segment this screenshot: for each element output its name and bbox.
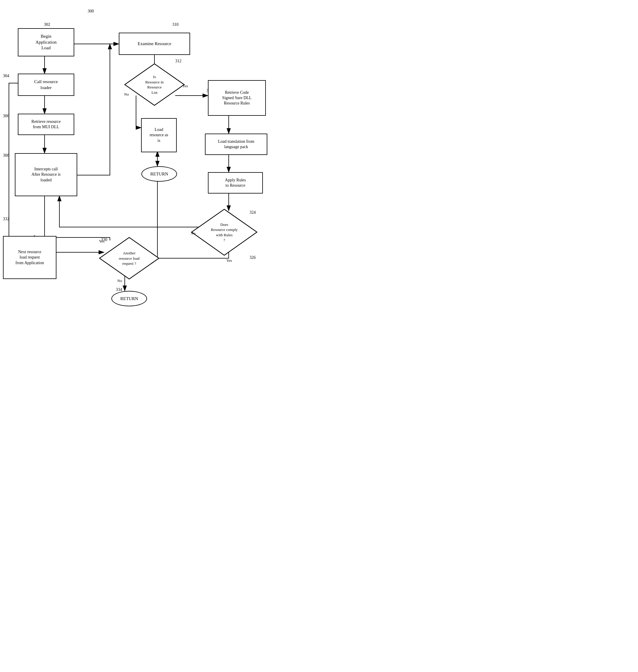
yes-label-comply: Yes	[226, 258, 232, 263]
ref-304: 304	[3, 74, 9, 79]
ref-302: 302	[44, 22, 50, 27]
apply-rules-box: Apply Rules to Resource	[208, 172, 263, 193]
does-resource-comply-diamond: DoesResource complywith Rules?	[190, 208, 258, 257]
load-translation-box: Load translation from language pack	[205, 134, 267, 155]
flowchart-diagram: 300 302 310 312 314 316 318 320 322 324 …	[0, 0, 319, 336]
call-resource-loader-box: Call resource loader	[18, 74, 74, 96]
another-resource-load-diamond: Anotherresource loadrequest ?	[98, 236, 161, 280]
is-resource-in-list-diamond: IsResource inResourceList	[123, 62, 186, 107]
no-label-resource-list: No	[124, 92, 129, 97]
yes-label-another: Yes	[99, 239, 104, 244]
begin-application-load-box: Begin Application Load	[18, 28, 74, 56]
yes-label-resource-list: Yes	[182, 84, 188, 88]
svg-marker-19	[191, 209, 257, 255]
svg-marker-20	[100, 238, 159, 279]
ref-306: 306	[3, 114, 9, 118]
no-label-comply: No	[191, 231, 196, 236]
ref-300: 300	[88, 9, 94, 14]
return-oval-2: RETURN	[112, 291, 147, 306]
ref-308: 308	[3, 153, 9, 158]
ref-334: 334	[116, 287, 122, 292]
return-oval-1: RETURN	[141, 166, 177, 182]
ref-332: 332	[3, 217, 9, 221]
no-label-another: No	[117, 278, 122, 283]
next-resource-box: Next resource load request from Applicat…	[3, 236, 56, 279]
load-resource-as-is-box: Load resource as is	[141, 118, 177, 152]
examine-resource-box: Examine Resource	[119, 33, 190, 55]
ref-310: 310	[172, 22, 179, 27]
retrieve-resource-box: Retrieve resource from MUI DLL	[18, 114, 74, 135]
svg-marker-18	[125, 64, 184, 105]
retrieve-code-signed-box: Retrieve Code Signed Sure DLL Resource R…	[208, 80, 266, 116]
intercepts-call-box: Intercepts call After Resource is loaded	[15, 153, 77, 196]
